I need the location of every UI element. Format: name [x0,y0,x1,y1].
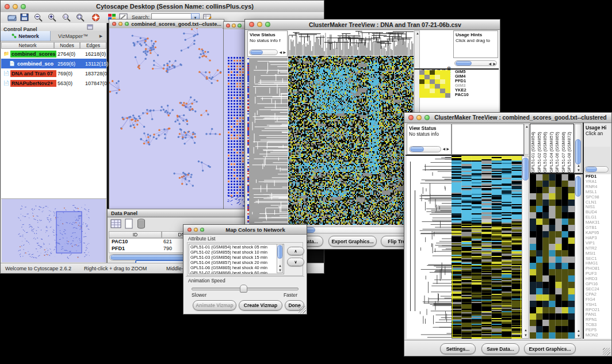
col-nodes[interactable]: Nodes [54,42,80,49]
tv2-zoom-heatmap-canvas[interactable] [530,174,575,339]
zoom-actual-icon[interactable]: 1:1 [62,13,71,22]
zoom-button[interactable] [21,4,26,9]
dialog-resize-grip[interactable] [299,306,306,313]
tv1-global-heatmap-canvas[interactable] [288,56,414,225]
network-graph-canvas[interactable] [109,28,223,208]
attribute-list-vscroll-thumb[interactable] [277,245,282,259]
tv2-zoom-vscroll-thumb[interactable] [575,176,581,197]
animate-vizmap-button[interactable]: Animate Vizmap [193,300,236,311]
save-icon[interactable] [20,13,29,21]
delete-attribute-icon[interactable] [136,218,146,229]
tv2-heatmap-down-arrow-icon[interactable]: ▼ [524,334,527,337]
frame-close-button[interactable] [112,22,116,26]
attribute-list-item[interactable]: GPL51-06 (GSM865) heat shock 40 min [189,265,284,270]
tab-network[interactable]: Network [1,31,51,41]
frame2-minimize-button[interactable] [232,24,236,28]
tv2-row-dendrogram-canvas[interactable] [407,156,452,339]
tv2-resize-grip[interactable] [603,348,610,355]
dialog-titlebar[interactable]: Map Colors to Network [183,225,307,235]
tv1-hints-hscrollbar[interactable]: ◀ ▶ [454,60,497,66]
frame2-close-button[interactable] [226,24,230,28]
table-row[interactable]: 📄RNAPuberNov2+563(0)107847(0) [1,78,106,88]
zoom-fit-icon[interactable] [76,13,85,22]
tv2-column-label[interactable]: GPL51-08 (GSM872) [567,124,573,173]
frame2-zoom-button[interactable] [238,24,242,28]
data-col-id[interactable]: ID [109,231,162,238]
tv2-global-heatmap-canvas[interactable] [452,156,522,339]
zoom-in-icon[interactable] [48,13,57,22]
tv2-heatmap-vscroll-thumb[interactable] [522,158,529,181]
gene-label[interactable]: MON2 [584,333,611,338]
close-button[interactable] [5,4,10,9]
treeview2-titlebar[interactable]: ClusterMaker TreeView : combined_scores_… [404,113,611,123]
tab-overflow-arrow[interactable]: ▶ [95,31,106,41]
dialog-close-button[interactable] [188,228,192,232]
table-mode-icon[interactable] [110,219,122,229]
attribute-list-item[interactable]: GPL51-01 (GSM854) heat shock 05 min [189,244,284,250]
new-attribute-icon[interactable] [124,219,134,229]
tv2-thin-up-arrow-icon[interactable]: ▲ [525,125,529,128]
tv1-thin-up-arrow-icon[interactable]: ▲ [416,32,419,35]
tv2-status-left-arrow-icon[interactable]: ◀ [442,147,445,151]
tv1-row-label[interactable]: PAC10 [455,93,495,97]
tv2-column-label[interactable]: GPL51-01 (GSM854) [530,124,537,173]
open-folder-icon[interactable] [7,13,17,21]
tv2-column-label[interactable]: GPL51-03 (GSM856) [542,124,549,173]
main-titlebar[interactable]: Cytoscape Desktop (Session Name: collins… [1,1,324,13]
tv1-status-hscroll-thumb[interactable] [250,50,263,55]
tv1-status-right-arrow-icon[interactable]: ▶ [283,51,286,54]
tv2-column-label[interactable]: GPL51-06 (GSM865) [554,124,561,173]
tv2-heatmap-up-arrow-icon[interactable]: ▲ [524,328,527,332]
network-frame-titlebar[interactable]: combined_scores_good.txt--cluste... [109,20,224,29]
tv2-column-label[interactable]: GPL51-02 (GSM855) [537,124,543,173]
dialog-zoom-button[interactable] [200,228,204,232]
tv1-hints-right-arrow-icon[interactable]: ▶ [493,62,496,66]
tv2-export-graphics-button[interactable]: Export Graphics... [524,343,576,354]
frame-minimize-button[interactable] [118,22,123,26]
tv2-zoom-up-arrow-icon[interactable]: ▲ [577,329,580,332]
attribute-list-item[interactable]: GPL51-03 (GSM856) heat shock 15 min [189,255,284,260]
tv2-labels-down-arrow-icon[interactable]: ▼ [577,168,580,172]
tv2-labels-vscroll-thumb[interactable] [575,139,581,164]
tv2-zoom-vscrollbar[interactable]: ▲ ▼ [575,174,582,339]
table-row[interactable]: 📄combined_sco2569(6)13112(15) [1,59,106,68]
tv2-hints-hscrollbar[interactable] [584,166,609,173]
network-overview-canvas[interactable] [2,199,106,262]
move-down-button[interactable]: ∨ [287,258,304,266]
tv2-status-hscroll-thumb[interactable] [410,147,424,152]
tv2-labels-vscrollbar[interactable]: ▲ ▼ [575,124,582,173]
table-row[interactable]: 📄DNA and Tran 07769(0)183728(0) [1,68,106,78]
tv2-thin-strip[interactable]: ▲ [524,124,529,155]
attribute-list-vscrollbar[interactable]: ▲ ▼ [277,244,283,273]
zoom-out-icon[interactable] [34,13,43,22]
tab-vizmapper[interactable]: VizMapper™ [51,31,95,41]
slider-thumb[interactable] [240,285,247,293]
col-network[interactable]: Network [1,42,54,49]
tv2-close-button[interactable] [408,115,414,120]
tv2-column-label[interactable]: GPL51-04 (GSM857) [549,124,555,173]
tv2-heatmap-vscrollbar[interactable]: ▲ ▼ [522,156,529,339]
tv2-save-data-button[interactable]: Save Data... [481,343,519,354]
attr-down-arrow-icon[interactable]: ▼ [278,269,282,272]
tv2-zoom-button[interactable] [424,115,430,120]
tv2-column-label[interactable]: GPL51-07 (GSM868) [561,124,567,173]
tv1-row-dendrogram-canvas[interactable] [247,58,288,225]
col-edges[interactable]: Edges [80,42,106,49]
tv1-export-graphics-button[interactable]: Export Graphics... [328,236,377,247]
tv2-settings-button[interactable]: Settings... [440,343,476,354]
tv1-hints-hscroll-thumb[interactable] [456,61,472,66]
tv2-minimize-button[interactable] [416,115,422,120]
tv1-close-button[interactable] [249,22,254,27]
tv2-labels-up-arrow-icon[interactable]: ▲ [577,164,580,167]
tv2-hints-hscroll-thumb[interactable] [586,167,597,172]
tv1-hints-left-arrow-icon[interactable]: ◀ [488,62,491,66]
table-row[interactable]: 📁combined_scores2764(0)16218(0) [1,49,106,59]
frame-zoom-button[interactable] [125,22,129,26]
attribute-list-item[interactable]: GPL51-04 (GSM857) heat shock 20 min [189,260,284,265]
tv1-column-dendrogram-canvas[interactable] [288,30,414,55]
tv2-zoom-down-arrow-icon[interactable]: ▼ [577,334,580,338]
tv1-zoom-button[interactable] [265,22,270,27]
attribute-list[interactable]: GPL51-01 (GSM854) heat shock 05 minGPL51… [189,244,284,274]
tv1-status-left-arrow-icon[interactable]: ◀ [279,51,282,54]
minimize-button[interactable] [13,4,18,9]
